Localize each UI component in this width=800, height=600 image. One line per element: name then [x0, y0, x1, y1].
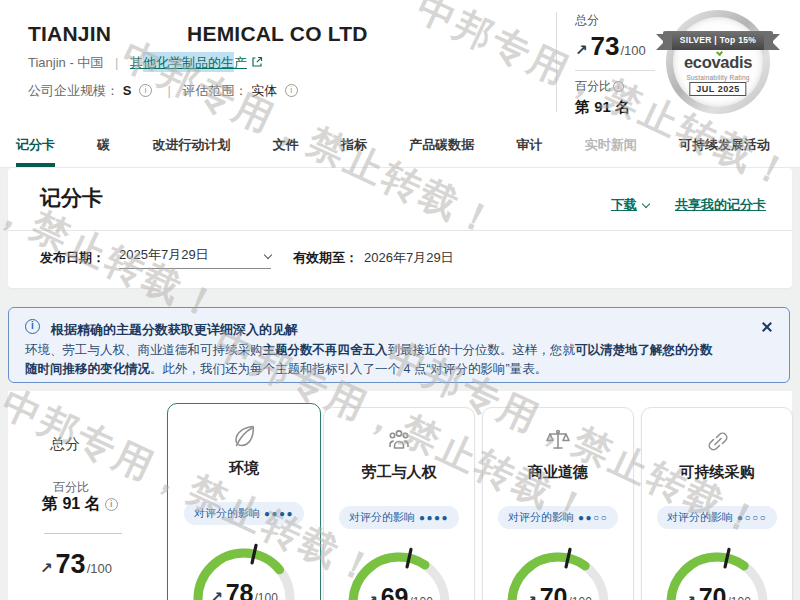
- overall-score-summary: 总分 ↗73/100 百分比 第 91 名: [556, 12, 660, 112]
- publish-date-value: 2025年7月29日: [119, 246, 209, 264]
- theme-name: 环境: [168, 459, 320, 478]
- highlighted-text: 他化学制品的生: [143, 52, 234, 72]
- chevron-down-icon: [642, 200, 650, 208]
- theme-card-labor-human-rights[interactable]: 劳工与人权 对评分的影响●●●● ↗69/100: [323, 407, 475, 600]
- percentile-label: 百分比: [575, 78, 660, 95]
- total-score-value: ↗73/100: [40, 549, 112, 580]
- info-icon[interactable]: [139, 84, 152, 97]
- company-name-suffix: HEMICAL CO LTD: [187, 22, 368, 45]
- trend-up-icon: ↗: [524, 592, 537, 600]
- leaf-icon: [168, 421, 320, 451]
- theme-name: 可持续采购: [642, 463, 792, 482]
- total-score-value: ↗73/100: [575, 31, 660, 62]
- score-gauge: ↗78/100: [168, 535, 320, 600]
- tab-bar: 记分卡 碳 改进行动计划 文件 指标 产品碳数据 审计 实时新闻 可持续发展活动: [0, 126, 800, 168]
- company-location: Tianjin - 中国: [28, 55, 103, 70]
- impact-badge: 对评分的影响●○○○: [657, 506, 777, 529]
- theme-card-ethics[interactable]: 商业道德 对评分的影响●●○○ ↗70/100: [482, 407, 634, 600]
- divider: |: [115, 55, 118, 70]
- impact-badge: 对评分的影响●●●●: [184, 502, 304, 525]
- company-size-label: 公司企业规模：: [28, 83, 119, 98]
- tab-improvement-plan[interactable]: 改进行动计划: [153, 126, 231, 167]
- tab-audit[interactable]: 审计: [517, 126, 543, 167]
- banner-body: 环境、劳工与人权、商业道德和可持续采购主题分数不再四舍五入到最接近的十分位数。这…: [25, 341, 715, 380]
- impact-dots: ●○○○: [737, 512, 767, 523]
- impact-dots: ●●●●: [419, 512, 449, 523]
- medal-tier-ribbon: SILVER | Top 15%: [663, 31, 773, 50]
- score-gauge: ↗70/100: [642, 539, 792, 600]
- tab-live-news: 实时新闻: [585, 126, 637, 167]
- theme-score: ↗69/100: [324, 583, 474, 600]
- people-icon: [324, 425, 474, 455]
- company-name-prefix: TIANJIN: [28, 22, 111, 45]
- chevron-down-icon: [264, 251, 272, 259]
- theme-card-sustainable-procurement[interactable]: 可持续采购 对评分的影响●○○○ ↗70/100: [641, 407, 793, 600]
- tab-documents[interactable]: 文件: [273, 126, 299, 167]
- page-header: TIANJINHEMICAL CO LTD Tianjin - 中国 | 其他化…: [0, 0, 800, 126]
- divider: [44, 533, 122, 534]
- info-icon[interactable]: [105, 498, 118, 511]
- trend-up-icon: ↗: [575, 41, 588, 58]
- info-banner: 根据精确的主题分数获取更详细深入的见解 环境、劳工与人权、商业道德和可持续采购主…: [8, 307, 790, 383]
- theme-score: ↗70/100: [642, 583, 792, 600]
- valid-until-label: 有效期至：: [293, 249, 358, 267]
- company-meta: 公司企业规模： S | 评估范围： 实体: [28, 82, 302, 100]
- banner-title: 根据精确的主题分数获取更详细深入的见解: [51, 321, 298, 339]
- page-title: 记分卡: [40, 184, 103, 212]
- total-score-label: 总分: [575, 12, 660, 29]
- impact-dots: ●●○○: [578, 512, 608, 523]
- theme-name: 商业道德: [483, 463, 633, 482]
- trend-up-icon: ↗: [683, 592, 696, 600]
- divider: [575, 70, 655, 71]
- ecovadis-logo: ecovadis: [666, 53, 770, 72]
- total-score-label: 总分: [50, 435, 80, 454]
- impact-badge: 对评分的影响●●○○: [498, 506, 618, 529]
- theme-name: 劳工与人权: [324, 463, 474, 482]
- tab-carbon[interactable]: 碳: [97, 126, 110, 167]
- impact-dots: ●●●●: [264, 508, 294, 519]
- theme-score: ↗70/100: [483, 583, 633, 600]
- info-icon[interactable]: [613, 81, 624, 92]
- publish-date-select[interactable]: 2025年7月29日: [119, 246, 271, 269]
- date-row: 发布日期： 2025年7月29日 有效期至： 2026年7月29日: [40, 246, 454, 269]
- medal-date: JUL 2025: [689, 82, 746, 96]
- percentile-rank: 第 91 名: [42, 494, 122, 515]
- tab-sustainability-activities[interactable]: 可持续发展活动: [679, 126, 770, 167]
- overall-score-column: 总分 百分比 第 91 名 ↗73/100: [20, 391, 165, 600]
- scorecard-panel: 记分卡 下载 共享我的记分卡 发布日期： 2025年7月29日 有效期至： 20…: [8, 168, 792, 288]
- trend-up-icon: ↗: [210, 588, 223, 600]
- tab-product-carbon-data[interactable]: 产品碳数据: [409, 126, 474, 167]
- download-button[interactable]: 下载: [611, 196, 649, 214]
- scores-section: 总分 百分比 第 91 名 ↗73/100 环境 对评分的影响●●●●: [8, 391, 792, 600]
- scope-value: 实体: [251, 83, 277, 98]
- scope-label: 评估范围：: [183, 83, 248, 98]
- ecovadis-scorecard-page: TIANJINHEMICAL CO LTD Tianjin - 中国 | 其他化…: [0, 0, 800, 600]
- theme-score: ↗78/100: [168, 579, 320, 600]
- close-icon[interactable]: [761, 321, 773, 333]
- percentile-rank: 第 91 名: [575, 98, 660, 117]
- trend-up-icon: ↗: [365, 592, 378, 600]
- info-icon[interactable]: [285, 84, 298, 97]
- score-gauge: ↗70/100: [483, 539, 633, 600]
- scales-icon: [483, 425, 633, 455]
- valid-until-value: 2026年7月29日: [364, 249, 454, 267]
- trend-up-icon: ↗: [40, 559, 53, 576]
- medal-tagline: Sustainability Rating: [666, 74, 770, 81]
- company-size-value: S: [123, 83, 132, 98]
- link-icon: [642, 425, 792, 455]
- industry-link[interactable]: 其他化学制品的生产: [130, 52, 247, 72]
- company-name: TIANJINHEMICAL CO LTD: [28, 22, 368, 46]
- company-subline: Tianjin - 中国 | 其他化学制品的生产: [28, 54, 263, 72]
- impact-badge: 对评分的影响●●●●: [339, 506, 459, 529]
- tab-scorecard[interactable]: 记分卡: [16, 126, 55, 167]
- theme-card-environment[interactable]: 环境 对评分的影响●●●● ↗78/100: [167, 403, 321, 600]
- tab-indicators[interactable]: 指标: [341, 126, 367, 167]
- info-icon: [25, 319, 40, 334]
- score-gauge: ↗69/100: [324, 539, 474, 600]
- ecovadis-medal: SILVER | Top 15% ecovadis Sustainability…: [666, 10, 770, 114]
- panel-actions: 下载 共享我的记分卡: [611, 196, 766, 214]
- divider: [8, 230, 792, 231]
- external-link-icon[interactable]: [251, 56, 263, 68]
- share-scorecard-button[interactable]: 共享我的记分卡: [675, 196, 766, 214]
- redacted-name-segment: [111, 35, 187, 41]
